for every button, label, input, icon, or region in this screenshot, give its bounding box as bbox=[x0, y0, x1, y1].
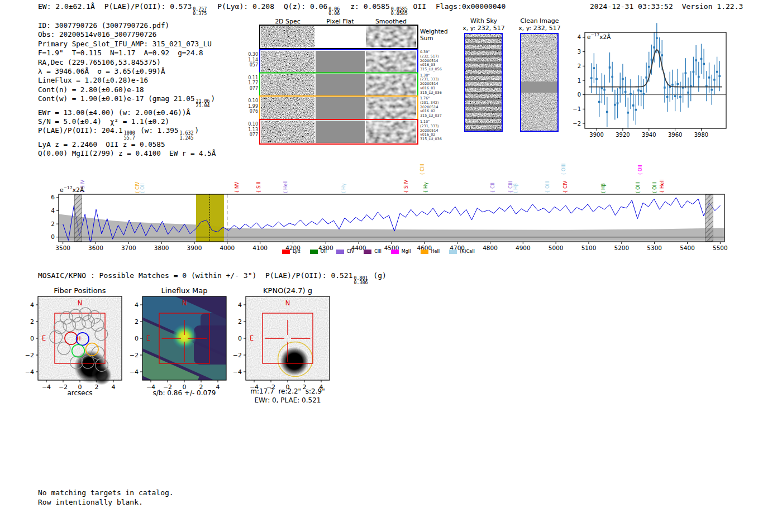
segment-text: λ = 3946.06Å σ = 3.65(±0.99)Å bbox=[38, 67, 165, 75]
kpno-y-tick-label: 4 bbox=[238, 301, 242, 309]
footer-notes: No matching targets in catalog.Row inten… bbox=[38, 488, 174, 507]
info-line: P(LAE)/P(OII): 204.1100055.7 (w: 1.3951.… bbox=[38, 126, 216, 140]
spectrum-x-tick-label: 5200 bbox=[614, 245, 629, 251]
frac-sub: 55.7 bbox=[124, 136, 135, 140]
segment-text: Flags:0x00000040 bbox=[436, 2, 506, 11]
text-segment: F=1.9" T=0.115 N=1.17 A=0.92 g=24.8 bbox=[38, 49, 203, 57]
line-label-SiIV: { SiIV bbox=[403, 180, 409, 193]
frac-sub: 0.386 bbox=[354, 280, 368, 285]
legend-item: HeII bbox=[421, 249, 440, 254]
unit-rest: x2Å bbox=[599, 33, 611, 40]
header-summary-line: EW: 2.0±62.1ÅP(LAE)/P(OII): 0.5730.7570.… bbox=[38, 2, 515, 16]
line-label-OII: ( OII bbox=[637, 165, 643, 175]
fiber-source-blob2 bbox=[92, 365, 112, 385]
info-line: Obs: 20200514v016_3007790726 bbox=[38, 30, 216, 39]
line-label-HeII: { HeII bbox=[659, 179, 665, 193]
info-line: λ = 3946.06Å σ = 3.65(±0.99)Å bbox=[38, 67, 216, 76]
data-point bbox=[711, 89, 713, 91]
data-point bbox=[648, 66, 650, 68]
data-point bbox=[590, 77, 593, 79]
text-segment: (w: 1.395 bbox=[136, 126, 179, 135]
info-line: RA,Dec (229.765106,53.845375) bbox=[38, 58, 216, 67]
masked-region-band bbox=[74, 194, 82, 242]
data-point bbox=[603, 89, 605, 91]
mosaic-match-line: MOSAIC/KPNO : Possible Matches = 0 (with… bbox=[38, 271, 387, 285]
row-fiber-annotation: 1.38"(231, 333)20200514v016_01315_LU_036 bbox=[420, 74, 454, 95]
inset-x-tick-label: 3940 bbox=[642, 132, 656, 138]
data-point bbox=[656, 37, 658, 39]
pixelflat-image bbox=[316, 26, 365, 47]
segment-text: MOSAIC/KPNO : Possible Matches = 0 (with… bbox=[38, 271, 353, 280]
legend-swatch bbox=[282, 250, 290, 254]
legend-item: Lyα bbox=[282, 249, 301, 254]
smoothed-image-blur bbox=[366, 26, 416, 47]
lineflux-y-tick-label: −4 bbox=[130, 368, 139, 376]
text-segment: Obs: 20200514v016_3007790726 bbox=[38, 30, 156, 39]
fiber-y-tick-label: 4 bbox=[30, 301, 34, 309]
text-segment: λ = 3946.06Å σ = 3.65(±0.99)Å bbox=[38, 67, 165, 75]
kpno-source-blob bbox=[280, 347, 309, 376]
inset-x-tick-label: 3960 bbox=[668, 132, 682, 138]
segment-text: LineFlux = 1.20(±0.28)e-16 bbox=[38, 76, 148, 84]
data-point bbox=[601, 87, 603, 89]
row-left-stats: 0.111.77077 bbox=[240, 75, 258, 92]
detection-highlight-band bbox=[196, 194, 224, 242]
text-segment: S/N = 5.0(±0.4) χ² = 1.1(±0.2) bbox=[38, 117, 169, 126]
text-segment: LyA z = 2.2460 OII z = 0.0585 bbox=[38, 140, 165, 148]
stacked-fraction: 0.05850.0585 bbox=[391, 7, 408, 16]
stacked-fraction: 0.7570.375 bbox=[193, 7, 207, 16]
pixelflat-image bbox=[316, 97, 365, 119]
spectrum-x-tick-label: 5400 bbox=[680, 245, 695, 251]
spec2d-image-noise bbox=[261, 74, 314, 96]
segment-text: ) bbox=[211, 94, 216, 103]
line-label-NV: { NV bbox=[234, 182, 240, 193]
data-point bbox=[698, 76, 700, 78]
segment-text: (w: 1.395 bbox=[136, 126, 179, 135]
clean-image-flat-band bbox=[521, 82, 557, 93]
lineflux-map-title: Lineflux Map bbox=[142, 286, 226, 295]
lineflux-caption: s/b: 0.86 +/- 0.079 bbox=[128, 389, 240, 397]
text-segment: MOSAIC/KPNO : Possible Matches = 0 (with… bbox=[38, 271, 353, 280]
lineflux-compass-e: E bbox=[146, 334, 150, 342]
data-point bbox=[716, 71, 718, 73]
text-segment: z: 0.05850.05850.0585 OII bbox=[350, 2, 426, 11]
row-fiber-annotation: 0.39"(232, 517)20200514v016_03315_LU_056 bbox=[420, 50, 454, 72]
segment-text: P(LAE)/P(OII): 0.573 bbox=[104, 2, 192, 11]
stacked-fraction: 0.8010.386 bbox=[354, 276, 368, 285]
text-segment: Cont(n) = 2.80(±0.60)e-18 bbox=[38, 85, 144, 94]
data-point bbox=[622, 78, 624, 80]
segment-text: Q(0.00) MgII(2799) z = 0.4100 EW r = 4.5… bbox=[38, 149, 216, 157]
data-point bbox=[611, 76, 613, 78]
data-point bbox=[700, 58, 703, 60]
frac-sub: 0.0585 bbox=[391, 11, 408, 16]
with-sky-title: With Skyx, y: 232, 517 bbox=[459, 17, 508, 32]
legend-swatch bbox=[364, 250, 371, 254]
line-label-HeII: ( HeII bbox=[283, 180, 288, 193]
segment-text: EW: 2.0±62.1Å bbox=[38, 2, 95, 11]
data-point bbox=[640, 90, 642, 92]
kpno-y-tick-label: 0 bbox=[238, 335, 242, 342]
spectrum-x-tick-label: 4000 bbox=[220, 245, 235, 251]
inset-y-tick-label: 1 bbox=[578, 78, 581, 84]
spectrum-y-tick-label: 6 bbox=[51, 194, 55, 200]
spectrum-x-tick-label: 3600 bbox=[88, 245, 103, 251]
segment-text: Primary Spec_Slot_IFU_AMP: 315_021_073_L… bbox=[38, 40, 212, 48]
text-segment: RA,Dec (229.765106,53.845375) bbox=[38, 58, 161, 66]
info-line: Cont(w) = 1.90(±0.01)e-17 (gmag 21.0521.… bbox=[38, 94, 216, 108]
kpno-caption-2: EWr: 0, PLAE: 0.521 bbox=[232, 396, 344, 404]
segment-text: EWr = 13.00(±4.00) (w: 2.00(±0.46))Å bbox=[38, 108, 190, 117]
lineflux-y-tick-label: 2 bbox=[135, 318, 139, 325]
data-point bbox=[666, 96, 669, 98]
legend-swatch bbox=[391, 250, 399, 254]
pixelflat-image bbox=[316, 51, 365, 73]
data-point bbox=[637, 89, 640, 92]
inset-y-tick-label: −2 bbox=[573, 121, 581, 127]
frac-sub: 0.375 bbox=[193, 11, 207, 16]
legend-label: OII bbox=[321, 249, 327, 254]
legend-item: MgII bbox=[391, 249, 411, 254]
lineflux-y-tick-label: −2 bbox=[130, 352, 139, 359]
data-point bbox=[609, 66, 611, 69]
spec2d-image-noise bbox=[261, 121, 314, 143]
lineflux-compass-n: N bbox=[182, 299, 187, 307]
line-label-OIII: ( OIII bbox=[652, 182, 657, 193]
